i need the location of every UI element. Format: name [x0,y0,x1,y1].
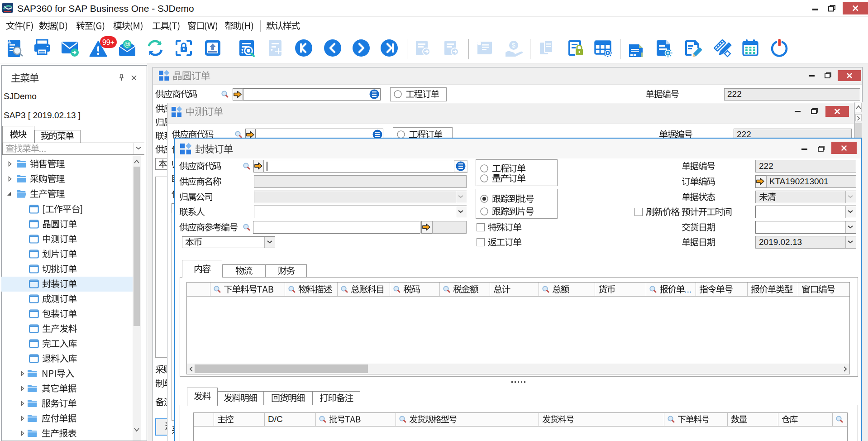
svg-text:$: $ [512,42,515,49]
svg-text:@: @ [124,41,130,48]
